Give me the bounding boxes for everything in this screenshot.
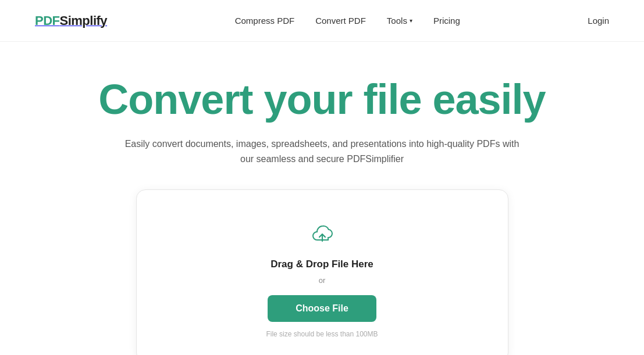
- hero-title: Convert your file easily: [98, 77, 545, 123]
- tools-dropdown-icon: ▾: [410, 17, 412, 24]
- nav-compress-pdf[interactable]: Compress PDF: [235, 16, 295, 26]
- header: PDFSimplify Compress PDF Convert PDF Too…: [0, 0, 644, 42]
- hero-subtitle: Easily convert documents, images, spread…: [124, 137, 520, 166]
- login-link[interactable]: Login: [588, 16, 609, 26]
- main-content: Convert your file easily Easily convert …: [0, 42, 644, 355]
- upload-cloud-icon: [308, 219, 336, 249]
- nav-pricing[interactable]: Pricing: [433, 16, 460, 26]
- nav-tools[interactable]: Tools ▾: [387, 16, 412, 26]
- upload-card: Drag & Drop File Here or Choose File Fil…: [136, 189, 508, 355]
- main-nav: Compress PDF Convert PDF Tools ▾ Pricing: [235, 16, 460, 26]
- choose-file-button[interactable]: Choose File: [268, 295, 376, 322]
- logo-pdf: PDF: [35, 13, 60, 28]
- drag-drop-label: Drag & Drop File Here: [271, 259, 373, 270]
- file-size-note: File size should be less than 100MB: [266, 330, 378, 338]
- logo[interactable]: PDFSimplify: [35, 13, 107, 28]
- or-text: or: [319, 276, 326, 285]
- logo-simplify: Simplify: [60, 13, 108, 28]
- nav-convert-pdf[interactable]: Convert PDF: [315, 16, 366, 26]
